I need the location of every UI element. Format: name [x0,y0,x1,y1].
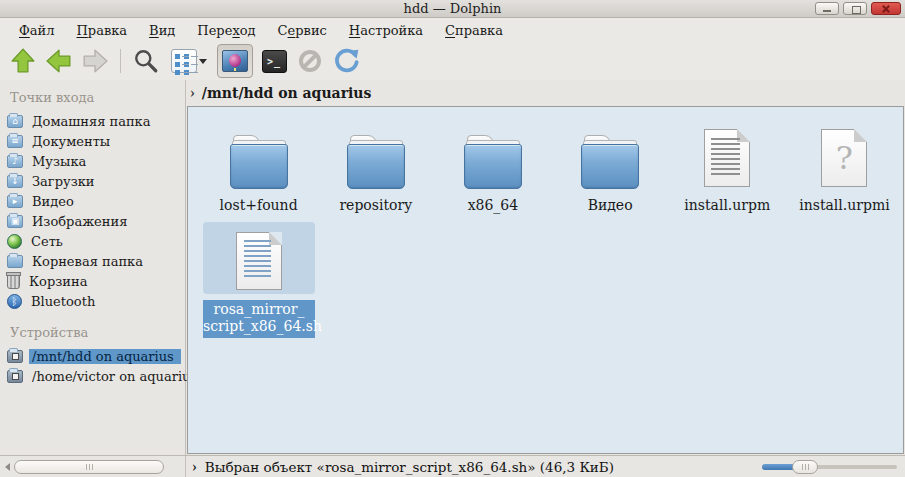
zoom-slider[interactable] [762,459,897,475]
file-grid-row-1: lost+found repository x86_64 Видео insta… [200,119,903,214]
menu-settings[interactable]: Настройка [338,21,434,40]
search-icon [133,48,159,74]
scroll-left-arrow-icon[interactable] [5,463,10,471]
sidebar-item-images[interactable]: ▣ Изображения [0,211,185,231]
stop-button[interactable] [295,46,325,76]
folder-icon [581,144,639,189]
trash-icon [7,274,20,289]
sidebar-item-video[interactable]: ▸ Видео [0,191,185,211]
statusbar: › Выбран объект «rosa_mirror_script_x86_… [0,455,905,477]
file-item-install-urpmi[interactable]: ? install.urpmi [789,119,900,214]
reload-button[interactable] [331,46,361,76]
file-item-repository[interactable]: repository [320,119,431,214]
documents-folder-icon: ≡ [7,135,23,148]
places-header: Точки входа [10,90,185,105]
close-button[interactable] [871,2,901,15]
sidebar-item-trash[interactable]: Корзина [0,271,185,291]
sidebar-item-music[interactable]: ♪ Музыка [0,151,185,171]
folder-view[interactable]: lost+found repository x86_64 Видео insta… [187,106,904,454]
toolbar-separator [120,49,121,73]
view-mode-button[interactable] [167,46,211,76]
scrollbar-thumb[interactable] [14,460,164,474]
file-item-install-urpm[interactable]: install.urpm [672,119,783,214]
folder-icon [230,144,288,189]
terminal-icon: >_ [262,50,287,73]
stop-icon [299,50,321,72]
reload-icon [333,48,360,75]
bluetooth-icon: ᛒ [7,294,22,309]
remote-share-icon [7,370,23,383]
menu-view[interactable]: Вид [138,21,186,40]
status-chevron-icon[interactable]: › [192,458,197,475]
back-arrow-icon [46,48,72,74]
menu-go[interactable]: Переход [186,21,266,40]
file-item-rosa-mirror-script[interactable]: rosa_mirror_ script_x86_64.sh [203,222,315,338]
file-item-lost-found[interactable]: lost+found [203,119,314,214]
maximize-button[interactable] [843,2,867,15]
places-panel: Точки входа ⌂ Домашняя папка ≡ Документы… [0,80,186,455]
window-title: hdd — Dolphin [404,1,502,16]
breadcrumb-chevron-icon: › [190,85,195,102]
forward-button[interactable] [80,46,110,76]
devices-header: Устройства [10,325,185,340]
music-folder-icon: ♪ [7,155,23,168]
up-button[interactable] [8,46,38,76]
file-grid-row-2: rosa_mirror_ script_x86_64.sh [200,222,903,338]
breadcrumb-path[interactable]: /mnt/hdd on aquarius [202,85,372,101]
sidebar-item-network[interactable]: Сеть [0,231,185,251]
selected-file-label: rosa_mirror_ script_x86_64.sh [203,300,315,338]
titlebar: hdd — Dolphin [0,0,905,18]
root-folder-icon [7,255,23,268]
file-item-x86-64[interactable]: x86_64 [437,119,548,214]
up-arrow-icon [10,48,36,74]
forward-arrow-icon [82,48,108,74]
text-file-icon [704,129,750,187]
breadcrumb: › /mnt/hdd on aquarius [190,82,371,104]
window-controls [815,2,901,15]
downloads-folder-icon: ↓ [7,175,23,188]
icon-view-icon [171,49,197,73]
sidebar-item-bluetooth[interactable]: ᛒ Bluetooth [0,291,185,311]
back-button[interactable] [44,46,74,76]
preview-toggle-button[interactable] [217,44,253,78]
sidebar-item-home[interactable]: ⌂ Домашняя папка [0,111,185,131]
menubar: Файл Правка Вид Переход Сервис Настройка… [0,18,905,42]
chevron-down-icon [199,59,207,64]
unknown-file-icon: ? [821,129,867,187]
network-globe-icon [7,234,22,249]
sidebar-item-downloads[interactable]: ↓ Загрузки [0,171,185,191]
selection-status-text: Выбран объект «rosa_mirror_script_x86_64… [205,459,614,475]
search-button[interactable] [131,46,161,76]
folder-icon [464,144,522,189]
sidebar-device-home-victor[interactable]: /home/victor on aquarius [0,366,185,386]
terminal-button[interactable]: >_ [259,46,289,76]
menu-file[interactable]: Файл [8,21,65,40]
preview-image-icon [222,50,248,72]
images-folder-icon: ▣ [7,215,23,228]
minimize-button[interactable] [815,2,839,15]
home-folder-icon: ⌂ [7,115,23,128]
toolbar: >_ [0,42,905,80]
remote-share-icon [7,350,23,363]
script-file-icon [236,232,282,290]
video-folder-icon: ▸ [7,195,23,208]
menu-edit[interactable]: Правка [65,21,138,40]
file-item-video[interactable]: Видео [555,119,666,214]
menu-help[interactable]: Справка [434,21,514,40]
zoom-slider-thumb[interactable] [792,460,818,474]
panel-horizontal-scrollbar[interactable] [0,456,186,477]
sidebar-device-mnt-hdd[interactable]: /mnt/hdd on aquarius [0,346,185,366]
sidebar-item-documents[interactable]: ≡ Документы [0,131,185,151]
folder-icon [347,144,405,189]
menu-tools[interactable]: Сервис [267,21,338,40]
sidebar-item-root[interactable]: Корневая папка [0,251,185,271]
